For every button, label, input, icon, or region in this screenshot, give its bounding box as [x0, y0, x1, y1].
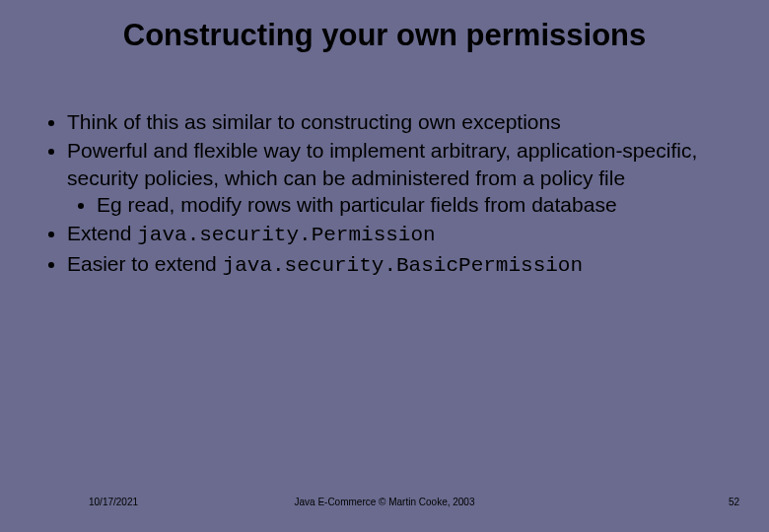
- footer-page-number: 52: [729, 497, 739, 507]
- bullet-item: Think of this as similar to constructing…: [67, 108, 728, 135]
- code-text: java.security.Permission: [137, 224, 435, 246]
- bullet-text: Easier to extend: [67, 252, 223, 275]
- bullet-item: Powerful and flexible way to implement a…: [67, 137, 728, 218]
- slide: Constructing your own permissions Think …: [0, 0, 769, 532]
- slide-body: Think of this as similar to constructing…: [41, 108, 728, 282]
- sub-bullet-item: Eg read, modify rows with particular fie…: [97, 191, 728, 218]
- bullet-item: Extend java.security.Permission: [67, 220, 728, 248]
- sub-bullet-list: Eg read, modify rows with particular fie…: [67, 191, 728, 218]
- bullet-item: Easier to extend java.security.BasicPerm…: [67, 250, 728, 279]
- bullet-text: Extend: [67, 222, 137, 244]
- slide-title: Constructing your own permissions: [0, 18, 769, 53]
- bullet-list: Think of this as similar to constructing…: [41, 108, 728, 280]
- footer-copyright: Java E-Commerce © Martin Cooke, 2003: [0, 497, 769, 507]
- slide-footer: 10/17/2021 Java E-Commerce © Martin Cook…: [0, 497, 769, 512]
- code-text: java.security.BasicPermission: [223, 254, 583, 277]
- bullet-text: Powerful and flexible way to implement a…: [67, 139, 697, 188]
